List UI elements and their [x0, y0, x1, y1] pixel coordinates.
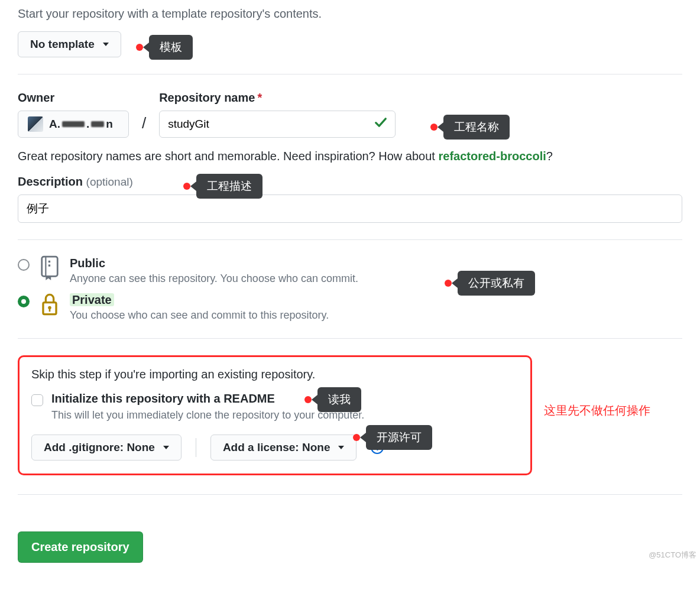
- separator-slash: /: [140, 114, 148, 132]
- owner-label: Owner: [18, 91, 129, 105]
- repo-public-icon: [39, 255, 60, 280]
- template-hint: Start your repository with a template re…: [18, 7, 682, 21]
- svg-rect-2: [48, 261, 50, 262]
- chevron-down-icon: [163, 446, 169, 449]
- vertical-divider: [196, 438, 196, 457]
- repo-name-hint: Great repository names are short and mem…: [18, 150, 682, 163]
- annotation-license: 开源许可: [353, 425, 432, 450]
- license-label: Add a license: None: [223, 441, 330, 454]
- readme-checkbox[interactable]: [31, 394, 43, 406]
- avatar: [28, 116, 43, 132]
- svg-rect-3: [48, 264, 50, 266]
- gitignore-label: Add .gitignore: None: [44, 441, 155, 454]
- annotation-template: 模板: [136, 35, 193, 60]
- template-select-button[interactable]: No template: [18, 31, 121, 57]
- radio-public[interactable]: [18, 259, 30, 271]
- chevron-down-icon: [103, 43, 109, 46]
- visibility-public-title: Public: [70, 257, 358, 270]
- visibility-public-option[interactable]: Public Anyone can see this repository. Y…: [18, 257, 682, 285]
- lock-icon: [39, 292, 60, 317]
- divider: [18, 239, 682, 240]
- visibility-private-desc: You choose who can see and commit to thi…: [70, 309, 329, 322]
- repo-name-suggestion[interactable]: refactored-broccoli: [438, 150, 546, 163]
- divider: [18, 494, 682, 495]
- init-section: Skip this step if you're importing an ex…: [18, 355, 532, 475]
- owner-select[interactable]: A..n: [18, 111, 129, 138]
- visibility-private-option[interactable]: Private You choose who can see and commi…: [18, 293, 682, 322]
- divider: [18, 74, 682, 74]
- template-select-label: No template: [30, 38, 95, 51]
- svg-rect-0: [42, 257, 58, 276]
- repo-name-label: Repository name*: [159, 91, 396, 105]
- info-icon[interactable]: i: [371, 441, 384, 454]
- readme-desc: This will let you immediately clone the …: [51, 409, 364, 422]
- side-note: 这里先不做任何操作: [544, 403, 650, 419]
- chevron-down-icon: [338, 446, 344, 449]
- divider: [18, 338, 682, 339]
- owner-name: A..n: [49, 118, 113, 131]
- gitignore-select-button[interactable]: Add .gitignore: None: [31, 435, 182, 461]
- description-input[interactable]: [18, 194, 682, 223]
- annotation-repo-name: 工程名称: [430, 115, 510, 140]
- svg-rect-6: [49, 309, 51, 312]
- radio-private[interactable]: [18, 296, 30, 307]
- create-repository-button[interactable]: Create repository: [18, 531, 143, 563]
- license-select-button[interactable]: Add a license: None: [210, 435, 357, 461]
- init-skip-text: Skip this step if you're importing an ex…: [31, 368, 518, 381]
- description-label: Description (optional): [18, 175, 682, 189]
- readme-title: Initialize this repository with a README: [51, 392, 364, 406]
- check-icon: [374, 116, 387, 132]
- repo-name-input[interactable]: [159, 111, 396, 138]
- watermark: @51CTO博客: [649, 550, 696, 560]
- visibility-private-title: Private: [70, 293, 114, 306]
- visibility-public-desc: Anyone can see this repository. You choo…: [70, 273, 358, 285]
